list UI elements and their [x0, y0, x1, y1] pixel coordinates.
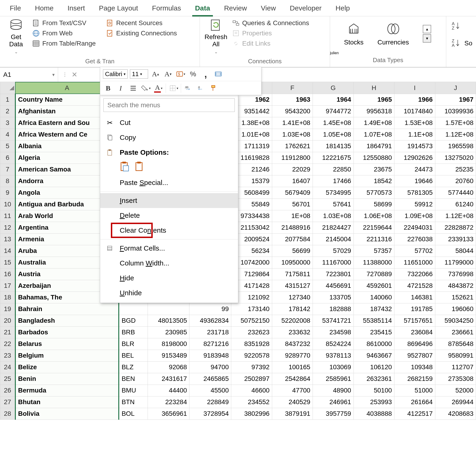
row-header-1[interactable]: 1 [0, 94, 15, 105]
cell-I15[interactable]: 11651000 [394, 257, 435, 268]
row-header-22[interactable]: 22 [0, 338, 15, 350]
cell-J5[interactable]: 1965598 [435, 140, 476, 152]
tab-review[interactable]: Review [217, 0, 254, 16]
cell-F18[interactable]: 127340 [272, 291, 313, 303]
cell-I21[interactable]: 236084 [394, 326, 435, 338]
cell-J18[interactable]: 152621 [435, 291, 476, 303]
row-header-24[interactable]: 24 [0, 361, 15, 373]
row-header-10[interactable]: 10 [0, 198, 15, 210]
cell-H11[interactable]: 1.06E+08 [353, 210, 394, 222]
cell-A24[interactable]: Belize [15, 361, 119, 373]
cell-H1[interactable]: 1965 [353, 94, 394, 105]
merge-center-icon[interactable] [213, 69, 223, 79]
cell-H8[interactable]: 18542 [353, 175, 394, 187]
cell-B25[interactable]: BEN [119, 373, 148, 385]
cell-G5[interactable]: 1814135 [313, 140, 353, 152]
cell-I17[interactable]: 4721528 [394, 280, 435, 291]
cell-C25[interactable]: 2431617 [148, 373, 189, 385]
row-header-2[interactable]: 2 [0, 105, 15, 117]
ctx-clear[interactable]: Clear Contents [100, 223, 238, 238]
cell-D24[interactable]: 94700 [189, 361, 231, 373]
cell-B26[interactable]: BMU [119, 385, 148, 396]
cell-H28[interactable]: 4038888 [353, 408, 394, 419]
cell-A26[interactable]: Bermuda [15, 385, 119, 396]
cell-H4[interactable]: 1.07E+08 [353, 129, 394, 140]
cell-E21[interactable]: 232623 [231, 326, 272, 338]
ctx-unhide[interactable]: Unhide [100, 285, 238, 300]
cell-J27[interactable]: 269944 [435, 396, 476, 408]
cell-G12[interactable]: 21824427 [313, 222, 353, 233]
decrease-font-icon[interactable]: A▾ [163, 69, 173, 79]
cell-F17[interactable]: 4315127 [272, 280, 313, 291]
cell-I10[interactable]: 59912 [394, 198, 435, 210]
row-header-25[interactable]: 25 [0, 373, 15, 385]
cell-G18[interactable]: 133705 [313, 291, 353, 303]
cell-E24[interactable]: 97392 [231, 361, 272, 373]
cell-A20[interactable]: Bangladesh [15, 315, 119, 326]
percent-format-icon[interactable]: % [188, 69, 198, 79]
cell-F22[interactable]: 8437232 [272, 338, 313, 350]
cell-G24[interactable]: 103069 [313, 361, 353, 373]
cell-F1[interactable]: 1963 [272, 94, 313, 105]
cell-F13[interactable]: 2077584 [272, 233, 313, 245]
cell-H13[interactable]: 2211316 [353, 233, 394, 245]
recent-sources-button[interactable]: Recent Sources [106, 19, 177, 27]
cell-I5[interactable]: 1914573 [394, 140, 435, 152]
ctx-cut[interactable]: ✂Cut [100, 115, 238, 130]
data-type-spinner[interactable]: ▴▾ [423, 25, 431, 42]
cell-J2[interactable]: 10399936 [435, 105, 476, 117]
cell-G14[interactable]: 57029 [313, 245, 353, 257]
cell-H14[interactable]: 57357 [353, 245, 394, 257]
cell-F12[interactable]: 21488916 [272, 222, 313, 233]
cell-G16[interactable]: 7223801 [313, 268, 353, 280]
select-all-corner[interactable] [0, 82, 15, 94]
sort-asc-button[interactable]: AZ [451, 21, 474, 31]
cell-B27[interactable]: BTN [119, 396, 148, 408]
cell-A21[interactable]: Barbados [15, 326, 119, 338]
sort-desc-button[interactable]: ZASo [451, 38, 474, 48]
cell-G20[interactable]: 53741721 [313, 315, 353, 326]
cell-A23[interactable]: Belgium [15, 350, 119, 361]
cell-I20[interactable]: 57157651 [394, 315, 435, 326]
cell-I24[interactable]: 109348 [394, 361, 435, 373]
cell-F19[interactable]: 178142 [272, 303, 313, 315]
formula-options-icon[interactable]: ⋮ [62, 72, 67, 78]
cell-I13[interactable]: 2276038 [394, 233, 435, 245]
ctx-column-width[interactable]: Column Width... [100, 256, 238, 271]
cell-F16[interactable]: 7175811 [272, 268, 313, 280]
row-header-27[interactable]: 27 [0, 396, 15, 408]
cell-B28[interactable]: BOL [119, 408, 148, 419]
cell-G17[interactable]: 4456691 [313, 280, 353, 291]
row-header-5[interactable]: 5 [0, 140, 15, 152]
row-header-11[interactable]: 11 [0, 210, 15, 222]
font-family-select[interactable]: Calibri▾ [103, 69, 128, 79]
stocks-data-type[interactable]: Stocks [344, 21, 364, 46]
cell-F28[interactable]: 3879191 [272, 408, 313, 419]
cell-H27[interactable]: 253993 [353, 396, 394, 408]
cell-H9[interactable]: 5770573 [353, 187, 394, 198]
cell-D28[interactable]: 3728954 [189, 408, 231, 419]
from-table-button[interactable]: From Table/Range [32, 40, 96, 48]
col-header-F[interactable]: F [272, 82, 313, 94]
cell-H25[interactable]: 2632361 [353, 373, 394, 385]
ctx-delete[interactable]: Delete [100, 208, 238, 223]
row-header-4[interactable]: 4 [0, 129, 15, 140]
cell-I2[interactable]: 10174840 [394, 105, 435, 117]
cell-I4[interactable]: 1.1E+08 [394, 129, 435, 140]
cell-F24[interactable]: 100165 [272, 361, 313, 373]
cell-D22[interactable]: 8271216 [189, 338, 231, 350]
cell-J19[interactable]: 196060 [435, 303, 476, 315]
cell-F27[interactable]: 240529 [272, 396, 313, 408]
cell-J21[interactable]: 236661 [435, 326, 476, 338]
col-header-G[interactable]: G [313, 82, 353, 94]
col-header-H[interactable]: H [353, 82, 394, 94]
row-header-21[interactable]: 21 [0, 326, 15, 338]
cell-I1[interactable]: 1966 [394, 94, 435, 105]
paste-values-icon[interactable] [134, 161, 145, 172]
cell-F25[interactable]: 2542864 [272, 373, 313, 385]
row-header-26[interactable]: 26 [0, 385, 15, 396]
cell-H23[interactable]: 9463667 [353, 350, 394, 361]
borders-icon[interactable]: ▾ [168, 83, 179, 93]
cell-E28[interactable]: 3802996 [231, 408, 272, 419]
cell-D26[interactable]: 45500 [189, 385, 231, 396]
